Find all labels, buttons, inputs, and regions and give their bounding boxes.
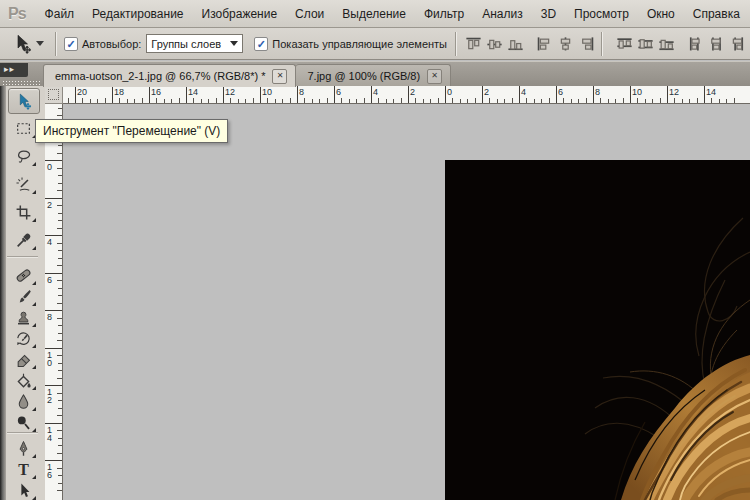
tool-preset-picker[interactable] — [10, 32, 47, 56]
ruler-tick — [58, 250, 62, 251]
ruler-tick — [534, 99, 535, 103]
ruler-tick — [45, 160, 62, 161]
tool-rectangular-marquee[interactable] — [8, 116, 38, 140]
distribute-left-icon[interactable] — [686, 34, 705, 54]
ruler-tick — [179, 98, 180, 103]
menu-item-help[interactable]: Справка — [684, 2, 749, 26]
ruler-tick — [571, 99, 572, 103]
ruler-tick — [327, 98, 328, 103]
ruler-tick — [260, 86, 261, 103]
pen-icon — [15, 440, 32, 457]
collapse-panel-icon[interactable]: ▸▸ — [0, 63, 28, 77]
menu-item-view[interactable]: Просмотр — [565, 2, 638, 26]
path-selection-icon — [15, 482, 32, 499]
distribute-vcenter-icon[interactable] — [636, 34, 655, 54]
menu-item-3d[interactable]: 3D — [532, 2, 565, 26]
ruler-tick — [57, 280, 62, 281]
distribute-hcenter-icon[interactable] — [707, 34, 726, 54]
photoshop-logo: Ps — [8, 5, 26, 23]
document-tabs: emma-uotson_2-1.jpg @ 66,7% (RGB/8*) *✕7… — [43, 64, 451, 87]
menu-item-file[interactable]: Файл — [36, 2, 84, 26]
ruler-label: 16 — [47, 463, 55, 479]
ruler-tick — [319, 99, 320, 103]
tab-emma[interactable]: emma-uotson_2-1.jpg @ 66,7% (RGB/8*) *✕ — [43, 64, 296, 87]
distribute-bottom-icon[interactable] — [657, 34, 676, 54]
align-hcenter-icon[interactable] — [556, 34, 575, 54]
tab-label: emma-uotson_2-1.jpg @ 66,7% (RGB/8*) * — [55, 70, 265, 82]
ruler-tick — [127, 99, 128, 103]
ruler-tick — [97, 99, 98, 103]
ruler-label: 16 — [151, 87, 161, 97]
ruler-tick — [82, 98, 83, 103]
ruler-tick — [356, 99, 357, 103]
close-icon[interactable]: ✕ — [427, 69, 442, 84]
ruler-tick — [689, 99, 690, 103]
ruler-label: 14 — [47, 426, 55, 442]
align-distribute-buttons — [464, 32, 750, 56]
menu-item-analysis[interactable]: Анализ — [473, 2, 532, 26]
menu-item-filter[interactable]: Фильтр — [415, 2, 473, 26]
ruler-tick — [401, 98, 402, 103]
ruler-tick — [475, 98, 476, 103]
align-left-icon[interactable] — [535, 34, 554, 54]
tab-label: 7.jpg @ 100% (RGB/8) — [307, 70, 420, 82]
menu-item-image[interactable]: Изображение — [193, 2, 287, 26]
tool-path-selection[interactable] — [8, 478, 38, 500]
tool-lasso[interactable] — [8, 144, 38, 168]
ruler-tick — [58, 288, 62, 289]
ruler-tick — [112, 86, 113, 103]
ruler-tick — [593, 86, 594, 103]
ruler-tick — [216, 98, 217, 103]
ruler-tick — [58, 483, 62, 484]
document-canvas[interactable] — [445, 160, 750, 500]
ruler-tick — [341, 98, 342, 103]
tool-quick-selection[interactable] — [8, 172, 38, 196]
tool-crop[interactable] — [8, 200, 38, 224]
ruler-tick — [393, 99, 394, 103]
separator — [455, 32, 456, 56]
canvas-pasteboard — [63, 104, 750, 500]
tool-dodge[interactable] — [8, 410, 38, 434]
menu-item-layers[interactable]: Слои — [286, 2, 333, 26]
ruler-tick — [68, 98, 69, 103]
ruler-label: 4 — [521, 87, 526, 97]
ruler-tick — [637, 98, 638, 103]
ruler-tick — [489, 98, 490, 103]
ruler-tick — [734, 98, 735, 103]
ruler-tick — [58, 258, 62, 259]
menu-item-select[interactable]: Выделение — [333, 2, 415, 26]
distribute-top-icon[interactable] — [615, 34, 634, 54]
ruler-tick — [482, 86, 483, 103]
ruler-tick — [45, 460, 62, 461]
autoselect-target-dropdown[interactable]: Группы слоев — [146, 34, 243, 53]
ruler-tick — [57, 265, 62, 266]
ruler-tick — [615, 99, 616, 103]
distribute-right-icon[interactable] — [728, 34, 747, 54]
align-top-icon[interactable] — [464, 34, 483, 54]
tab-7jpg[interactable]: 7.jpg @ 100% (RGB/8)✕ — [296, 64, 451, 87]
align-right-icon[interactable] — [577, 34, 596, 54]
ruler-tick — [58, 183, 62, 184]
ruler-tick — [58, 400, 62, 401]
ruler-tick — [75, 86, 76, 103]
ruler-tick — [238, 99, 239, 103]
menu-item-window[interactable]: Окно — [638, 2, 684, 26]
ruler-tick — [90, 99, 91, 103]
ruler-tick — [45, 348, 62, 349]
align-bottom-icon[interactable] — [506, 34, 525, 54]
photoshop-window: { "menu_bar": { "logo": "Ps", "items": [… — [0, 0, 750, 500]
autoselect-checkbox[interactable]: ✓ — [64, 37, 78, 51]
ruler-tick — [45, 423, 62, 424]
align-vcenter-icon[interactable] — [485, 34, 504, 54]
ruler-tick — [58, 220, 62, 221]
ruler-origin[interactable] — [45, 86, 63, 104]
ruler-label: 10 — [262, 87, 272, 97]
show-controls-checkbox[interactable]: ✓ — [254, 37, 268, 51]
history-brush-icon — [15, 330, 32, 347]
close-icon[interactable]: ✕ — [272, 69, 287, 84]
ruler-tick — [586, 98, 587, 103]
tool-eyedropper[interactable] — [8, 228, 38, 252]
menu-item-edit[interactable]: Редактирование — [83, 2, 192, 26]
tool-move[interactable] — [8, 88, 40, 114]
vertical-ruler: 0246810121416 — [45, 104, 63, 500]
